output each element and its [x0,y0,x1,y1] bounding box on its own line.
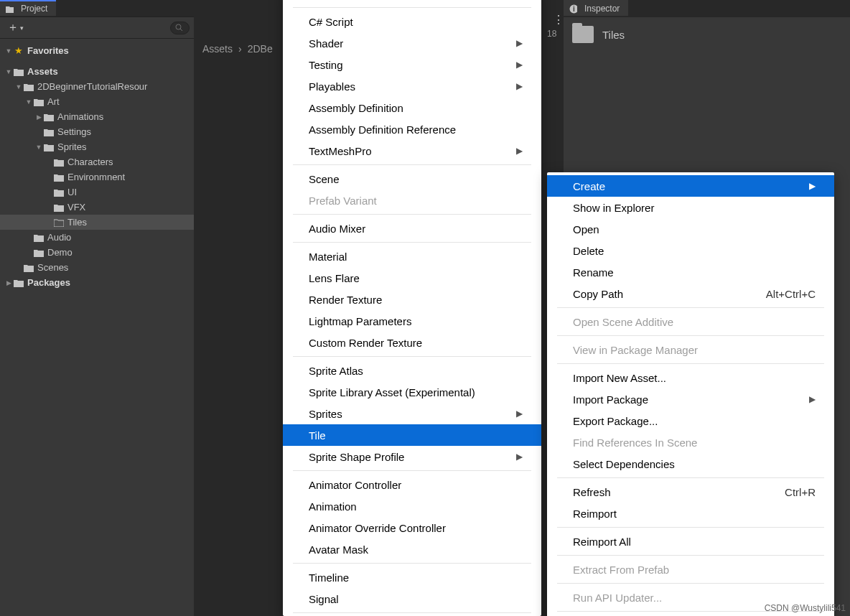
chevron-right-icon: ▶ [516,38,523,48]
menu-item[interactable]: Sprites▶ [283,403,541,424]
more-icon[interactable]: ⋮ [553,13,564,27]
menu-item[interactable]: Create▶ [547,175,834,197]
menu-item[interactable]: Animator Override Controller [283,517,541,538]
chevron-icon: ▼ [34,144,43,151]
inspector-tab[interactable]: i Inspector [564,0,628,16]
tree-label: UI [67,187,77,197]
menu-item[interactable]: Render Texture [283,289,541,310]
menu-item[interactable]: Tile [283,424,541,446]
menu-item[interactable]: Sprite Shape Profile▶ [283,446,541,467]
folder-icon [33,248,45,257]
inspector-body: Tiles [564,17,850,52]
menu-item-label: Open [573,223,599,235]
tree-label: Environmnent [67,172,125,182]
tree-row[interactable]: ▼Art [0,94,194,109]
menu-item[interactable]: Show in Explorer [547,197,834,218]
menu-item[interactable]: TextMeshPro▶ [283,140,541,162]
breadcrumb-part[interactable]: Assets [202,43,233,55]
project-tab[interactable]: Project [0,0,56,16]
menu-item[interactable]: Sprite Atlas [283,360,541,381]
tree-row[interactable]: ▶Packages [0,275,194,290]
breadcrumb[interactable]: Assets › 2DBe [200,43,276,55]
tree-row[interactable]: ▶Animations [0,109,194,124]
menu-item[interactable]: Export Package... [547,410,834,431]
menu-item[interactable]: Folder [283,0,541,4]
menu-item-label: Tile [309,429,326,442]
menu-item-label: Import Package [573,393,648,406]
menu-item-label: Rename [573,266,614,279]
menu-item[interactable]: Shader▶ [283,32,541,54]
menu-item[interactable]: Lens Flare [283,267,541,289]
chevron-icon: ▼ [24,98,33,106]
chevron-icon: ▼ [4,68,13,75]
menu-item[interactable]: Scene [283,168,541,190]
tree-row[interactable]: Tiles [0,215,194,230]
menu-item[interactable]: RefreshCtrl+R [547,481,834,503]
tree-label: Packages [27,277,70,288]
menu-item: Prefab Variant [283,190,541,211]
add-button[interactable]: ＋▾ [4,19,27,37]
chevron-down-icon: ▼ [4,47,13,55]
menu-item-label: TextMeshPro [309,145,372,157]
folder-icon [572,26,594,43]
tree-label: Art [47,96,60,107]
menu-item[interactable]: Assembly Definition [283,97,541,118]
menu-item[interactable]: C# Script [283,11,541,32]
menu-item-label: Animation [309,500,357,513]
menu-item[interactable]: Import Package▶ [547,388,834,410]
menu-item[interactable]: Assembly Definition Reference [283,118,541,140]
menu-item[interactable]: Material [283,246,541,267]
menu-item[interactable]: Rename [547,261,834,283]
tree-row[interactable]: Settings [0,124,194,139]
menu-item[interactable]: Avatar Mask [283,538,541,560]
tree-row[interactable]: Audio [0,230,194,245]
tree-label: 2DBeginnerTutorialResour [37,81,147,92]
tree-row[interactable]: ▼2DBeginnerTutorialResour [0,79,194,94]
tree-row[interactable]: Demo [0,245,194,260]
search-icon [175,24,183,32]
menu-item[interactable]: Lightmap Parameters [283,310,541,332]
menu-item[interactable]: Copy PathAlt+Ctrl+C [547,283,834,304]
tree-row[interactable]: Environmnent [0,169,194,185]
folder-icon [53,188,65,197]
folder-icon [53,203,65,212]
menu-item-label: Create [573,180,605,192]
menu-item[interactable]: Timeline [283,566,541,588]
menu-item[interactable]: Sprite Library Asset (Experimental) [283,381,541,403]
folder-icon [33,233,45,242]
tree-label: Tiles [67,217,87,228]
tree-row[interactable]: ▼Assets [0,64,194,79]
menu-item-label: Prefab Variant [309,195,377,207]
corner-number: 18 [547,29,556,39]
menu-item[interactable]: Select Dependencies [547,453,834,475]
folder-icon [43,113,55,121]
menu-item[interactable]: Animation [283,495,541,517]
tree-row[interactable]: Characters [0,154,194,169]
menu-item[interactable]: Animator Controller [283,474,541,495]
breadcrumb-part[interactable]: 2DBe [248,43,273,55]
search-input[interactable] [170,22,190,34]
menu-item[interactable]: Audio Mixer [283,218,541,239]
menu-item[interactable]: Testing▶ [283,54,541,75]
menu-item[interactable]: Delete [547,240,834,261]
tree-row[interactable]: UI [0,185,194,200]
inspector-tab-row: i Inspector [564,0,850,17]
menu-item[interactable]: Playables▶ [283,75,541,97]
menu-item[interactable]: Custom Render Texture [283,332,541,353]
tree-row[interactable]: VFX [0,200,194,215]
menu-item[interactable]: Reimport All [547,531,834,552]
favorites-row[interactable]: ▼ ★ Favorites [0,43,194,58]
menu-item[interactable]: Reimport [547,503,834,524]
menu-item[interactable]: Signal [283,588,541,610]
menu-item-label: Assembly Definition [309,102,403,114]
menu-item[interactable]: Open [547,218,834,240]
folder-icon [43,143,55,151]
menu-item-label: Find References In Scene [573,437,697,449]
folder-icon [53,173,65,182]
project-tab-label: Project [21,4,47,14]
menu-item[interactable]: Import New Asset... [547,367,834,388]
tree-label: Demo [47,247,73,258]
tree-label: Audio [47,232,71,243]
tree-row[interactable]: ▼Sprites [0,139,194,154]
tree-row[interactable]: Scenes [0,260,194,275]
